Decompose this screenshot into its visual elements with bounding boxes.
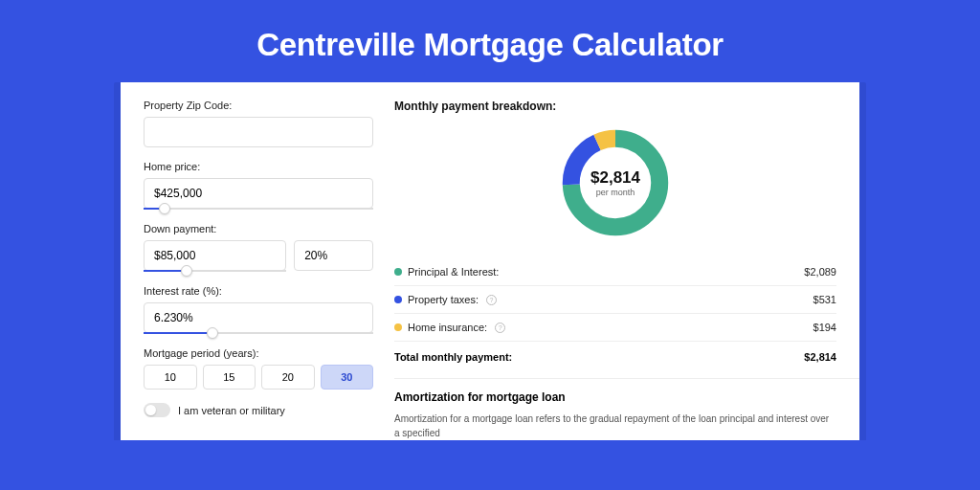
period-option-30[interactable]: 30 [321,365,374,390]
slider-thumb[interactable] [159,203,170,214]
card-outer: Property Zip Code: Home price: Down paym… [114,82,866,440]
legend-dot [394,296,402,303]
period-option-15[interactable]: 15 [203,365,256,390]
donut-sub: per month [596,188,635,197]
legend-label: Principal & Interest: [408,266,499,278]
legend-label: Home insurance: [408,322,487,333]
legend-dot [394,268,402,276]
interest-slider[interactable] [144,332,373,334]
veteran-toggle[interactable] [144,403,170,417]
breakdown-column: Monthly payment breakdown: $2,814 per mo… [394,100,836,440]
period-options: 10152030 [144,365,373,390]
legend-amount: $2,089 [804,266,836,278]
down-payment-group: Down payment: [144,223,373,272]
period-group: Mortgage period (years): 10152030 [144,347,373,390]
legend-dot [394,323,402,331]
legend-row: Principal & Interest:$2,089 [394,258,836,286]
interest-input[interactable] [144,302,373,333]
period-option-20[interactable]: 20 [261,365,315,390]
veteran-row: I am veteran or military [144,403,373,417]
down-payment-label: Down payment: [144,223,373,234]
legend-row: Property taxes:?$531 [394,286,836,314]
calculator-card: Property Zip Code: Home price: Down paym… [121,82,859,440]
legend-amount: $531 [813,294,836,305]
info-icon[interactable]: ? [495,323,505,333]
home-price-label: Home price: [144,161,373,172]
home-price-input[interactable] [144,178,373,209]
page-title: Centreville Mortgage Calculator [0,0,980,82]
zip-input[interactable] [144,117,373,147]
home-price-slider[interactable] [144,208,373,210]
home-price-group: Home price: [144,161,373,210]
amortization-title: Amortization for mortgage loan [394,390,836,404]
period-label: Mortgage period (years): [144,347,373,359]
total-value: $2,814 [804,351,836,363]
donut-chart-wrap: $2,814 per month [394,124,836,241]
slider-thumb[interactable] [181,265,192,277]
amortization-text: Amortization for a mortgage loan refers … [394,412,836,440]
period-option-10[interactable]: 10 [144,365,197,390]
breakdown-title: Monthly payment breakdown: [394,100,836,113]
down-payment-input[interactable] [144,240,286,271]
down-payment-slider[interactable] [144,270,286,272]
legend-amount: $194 [813,322,836,333]
zip-label: Property Zip Code: [144,100,373,111]
donut-chart: $2,814 per month [557,124,674,241]
slider-thumb[interactable] [207,327,218,339]
total-label: Total monthly payment: [394,351,512,363]
legend-row: Home insurance:?$194 [394,314,836,342]
donut-amount: $2,814 [590,168,640,188]
legend-label: Property taxes: [408,294,479,305]
down-payment-pct-input[interactable] [294,240,373,271]
veteran-label: I am veteran or military [178,405,285,416]
interest-group: Interest rate (%): [144,285,373,334]
info-icon[interactable]: ? [486,295,497,305]
legend: Principal & Interest:$2,089Property taxe… [394,258,836,342]
interest-label: Interest rate (%): [144,285,373,297]
inputs-column: Property Zip Code: Home price: Down paym… [144,100,373,440]
zip-group: Property Zip Code: [144,100,373,147]
total-row: Total monthly payment: $2,814 [394,342,836,374]
amortization-section: Amortization for mortgage loan Amortizat… [394,379,836,440]
